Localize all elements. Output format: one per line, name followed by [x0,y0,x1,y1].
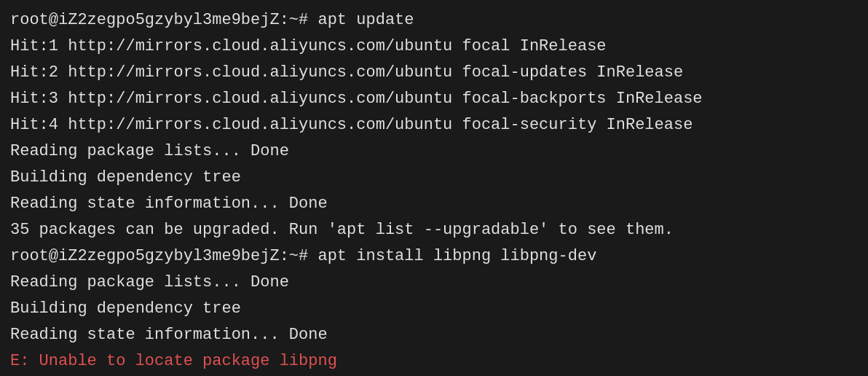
terminal-window[interactable]: root@iZ2zegpo5gzybyl3me9bejZ:~# apt upda… [0,0,868,376]
terminal-line: Reading state information... Done [10,322,858,348]
command-text: apt install libpng libpng-dev [317,247,596,265]
terminal-line: root@iZ2zegpo5gzybyl3me9bejZ:~# apt inst… [10,243,858,270]
terminal-line: Hit:2 http://mirrors.cloud.aliyuncs.com/… [10,60,858,86]
terminal-line: E: Unable to locate package libpng [10,348,858,375]
command-text: apt update [317,11,414,29]
terminal-line: 35 packages can be upgraded. Run 'apt li… [10,217,858,243]
terminal-line: root@iZ2zegpo5gzybyl3me9bejZ:~# apt upda… [10,7,858,34]
terminal-line: Hit:3 http://mirrors.cloud.aliyuncs.com/… [10,86,858,112]
terminal-line: Building dependency tree [10,296,858,322]
terminal-line: Reading package lists... Done [10,270,858,296]
prompt-text: root@iZ2zegpo5gzybyl3me9bejZ:~# [10,247,317,265]
terminal-line: Hit:4 http://mirrors.cloud.aliyuncs.com/… [10,112,858,138]
prompt-text: root@iZ2zegpo5gzybyl3me9bejZ:~# [10,11,317,29]
terminal-line: Reading state information... Done [10,191,858,217]
terminal-line: Hit:1 http://mirrors.cloud.aliyuncs.com/… [10,34,858,60]
terminal-line: Building dependency tree [10,165,858,191]
terminal-line: Reading package lists... Done [10,138,858,165]
